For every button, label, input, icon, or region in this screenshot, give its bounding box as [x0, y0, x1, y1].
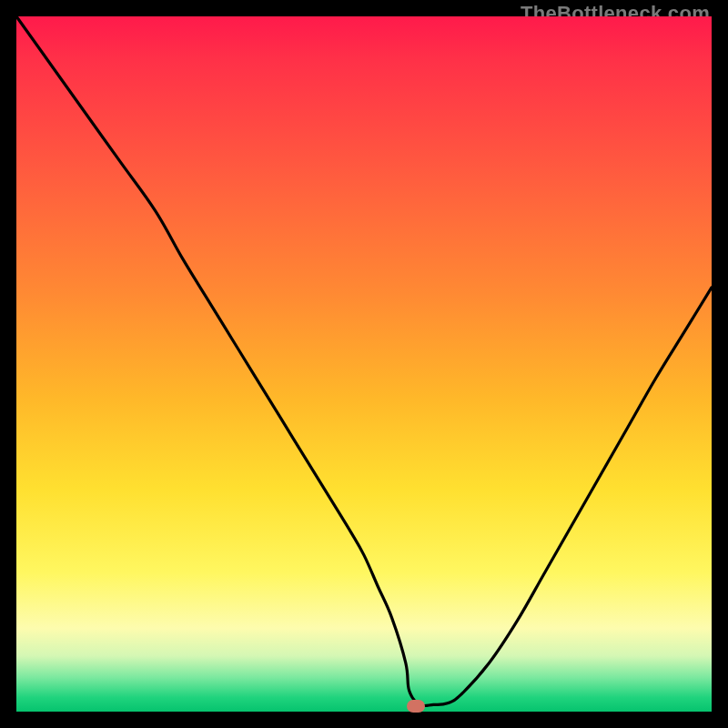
bottleneck-curve: [16, 16, 712, 712]
chart-frame: TheBottleneck.com: [0, 0, 728, 728]
optimal-point-marker: [407, 700, 425, 713]
plot-area: [16, 16, 712, 712]
